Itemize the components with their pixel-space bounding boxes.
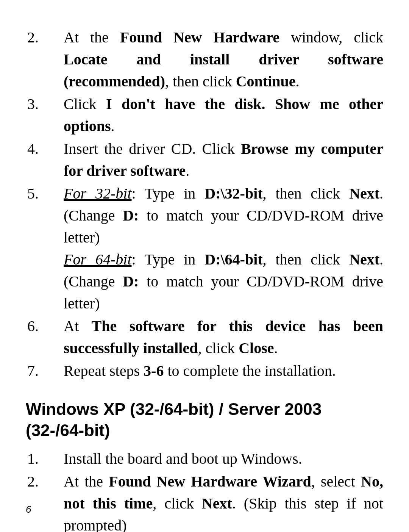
bold: D: xyxy=(123,273,139,290)
step-3: 3. Click I don't have the disk. Show me … xyxy=(26,93,383,137)
bold: Continue xyxy=(236,73,296,90)
text: , then click xyxy=(263,251,349,268)
bold: Next xyxy=(349,185,379,202)
step-4: 4. Insert the driver CD. Click Browse my… xyxy=(26,138,383,182)
text: . xyxy=(186,162,189,179)
text: , then click xyxy=(165,73,236,90)
step-text: At the Found New Hardware window, click … xyxy=(64,27,383,92)
text: . xyxy=(296,73,300,90)
step-number: 3. xyxy=(26,93,64,115)
text: Repeat steps xyxy=(64,362,144,379)
italic-underline: For 64-bit xyxy=(64,251,132,268)
italic-underline: For 32-bit xyxy=(64,185,132,202)
step-number: 5. xyxy=(26,183,64,205)
bold: Next xyxy=(349,251,379,268)
step-2b: 2. At the Found New Hardware Wizard, sel… xyxy=(26,471,383,532)
bold: D: xyxy=(123,207,139,224)
step-number: 4. xyxy=(26,138,64,160)
text: . xyxy=(274,340,278,357)
text: , then click xyxy=(263,185,349,202)
text: : Type in xyxy=(132,251,205,268)
step-text: For 32-bit: Type in D:\32-bit, then clic… xyxy=(64,183,383,315)
bold: Found New Hardware xyxy=(120,29,279,46)
text: window, click xyxy=(279,29,383,46)
text: Install the board and boot up Windows. xyxy=(64,450,302,467)
step-text: At The software for this device has been… xyxy=(64,315,383,359)
bold: Close xyxy=(239,340,274,357)
step-text: At the Found New Hardware Wizard, select… xyxy=(64,471,383,532)
step-number: 2. xyxy=(26,27,64,49)
bold: D:\32-bit xyxy=(204,185,262,202)
step-text: Install the board and boot up Windows. xyxy=(64,448,383,470)
page-number: 6 xyxy=(26,504,31,515)
step-text: Insert the driver CD. Click Browse my co… xyxy=(64,138,383,182)
step-7: 7. Repeat steps 3-6 to complete the inst… xyxy=(26,360,383,382)
text: At the xyxy=(64,29,120,46)
section-heading: Windows XP (32-/64-bit) / Server 2003 (3… xyxy=(26,399,383,441)
step-text: Click I don't have the disk. Show me oth… xyxy=(64,93,383,137)
bold: Next xyxy=(202,495,232,512)
bold: D:\64-bit xyxy=(204,251,262,268)
bold: Found New Hardware Wizard xyxy=(109,473,311,490)
instruction-list-2: 1. Install the board and boot up Windows… xyxy=(26,448,383,532)
text: . xyxy=(111,117,115,135)
text: , click xyxy=(198,340,239,357)
text: : Type in xyxy=(132,185,205,202)
text: Click xyxy=(64,95,106,113)
step-number: 2. xyxy=(26,471,64,493)
document-page: 2. At the Found New Hardware window, cli… xyxy=(0,0,409,532)
text: At the xyxy=(64,473,109,490)
step-6: 6. At The software for this device has b… xyxy=(26,315,383,359)
step-number: 7. xyxy=(26,360,64,382)
step-5: 5. For 32-bit: Type in D:\32-bit, then c… xyxy=(26,183,383,315)
text: , click xyxy=(153,495,202,512)
step-2: 2. At the Found New Hardware window, cli… xyxy=(26,27,383,92)
text: , select xyxy=(311,473,361,490)
step-number: 1. xyxy=(26,448,64,470)
text: Insert the driver CD. Click xyxy=(64,140,241,157)
step-text: Repeat steps 3-6 to complete the install… xyxy=(64,360,383,382)
instruction-list-1: 2. At the Found New Hardware window, cli… xyxy=(26,27,383,382)
text: to complete the installation. xyxy=(164,362,336,379)
text: At xyxy=(64,318,92,335)
bold: 3-6 xyxy=(144,362,164,379)
step-number: 6. xyxy=(26,315,64,337)
step-1: 1. Install the board and boot up Windows… xyxy=(26,448,383,470)
